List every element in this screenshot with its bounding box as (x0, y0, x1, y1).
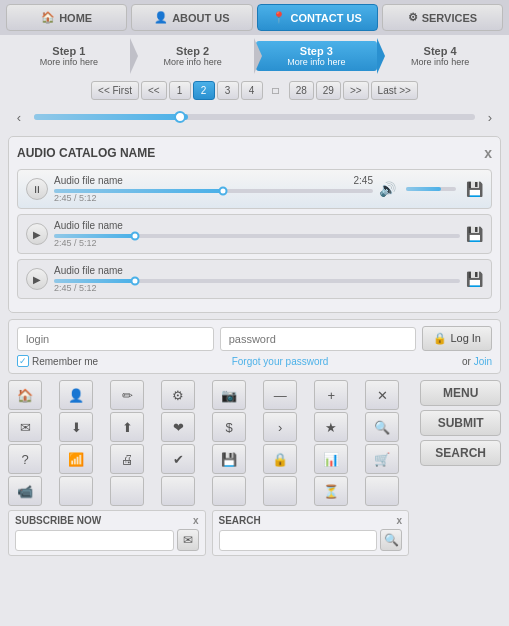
page-next2[interactable]: >> (343, 81, 369, 100)
icon-user[interactable]: 👤 (59, 380, 93, 410)
slider-right-arrow[interactable]: › (481, 108, 499, 126)
play-button-2[interactable]: ▶ (26, 223, 48, 245)
step-4[interactable]: Step 4 More info here (379, 41, 501, 71)
search-input-row: 🔍 (219, 529, 403, 551)
audio-progress-1[interactable] (54, 189, 373, 193)
icon-check[interactable]: ✔ (161, 444, 195, 474)
search-input-field[interactable] (219, 530, 378, 551)
search-button[interactable]: SEARCH (420, 440, 501, 466)
page-29[interactable]: 29 (316, 81, 341, 100)
audio-thumb-2[interactable] (131, 232, 140, 241)
join-link[interactable]: Join (474, 356, 492, 367)
icon-home[interactable]: 🏠 (8, 380, 42, 410)
icon-minus[interactable]: — (263, 380, 297, 410)
icon-blank3[interactable] (161, 476, 195, 506)
icon-blank5[interactable] (263, 476, 297, 506)
nav-services[interactable]: ⚙ SERVICES (382, 4, 503, 31)
subscribe-input[interactable] (15, 530, 174, 551)
forgot-password-link[interactable]: Forgot your password (232, 356, 329, 367)
icon-chevron-right[interactable]: › (263, 412, 297, 442)
slider-track[interactable] (34, 114, 475, 120)
save-icon-2[interactable]: 💾 (466, 226, 483, 242)
password-input[interactable] (220, 327, 417, 351)
login-button[interactable]: 🔒 Log In (422, 326, 492, 351)
icon-print[interactable]: 🖨 (110, 444, 144, 474)
nav-about[interactable]: 👤 ABOUT US (131, 4, 252, 31)
icon-question[interactable]: ? (8, 444, 42, 474)
icon-close[interactable]: ✕ (365, 380, 399, 410)
bottom-side-space (415, 510, 501, 556)
search-submit-icon[interactable]: 🔍 (380, 529, 402, 551)
gear-icon: ⚙ (408, 11, 418, 24)
icon-cart[interactable]: 🛒 (365, 444, 399, 474)
icon-search[interactable]: 🔍 (365, 412, 399, 442)
audio-name-1: Audio file name (54, 175, 123, 186)
page-prev2[interactable]: << (141, 81, 167, 100)
page-4[interactable]: 4 (241, 81, 263, 100)
login-section: 🔒 Log In ✓ Remember me Forgot your passw… (8, 319, 501, 374)
page-28[interactable]: 28 (289, 81, 314, 100)
catalog-close[interactable]: x (484, 145, 492, 161)
audio-thumb-3[interactable] (131, 277, 140, 286)
audio-track-1: ⏸ Audio file name 2:45 2:45 / 5:12 🔊 💾 (17, 169, 492, 209)
remember-checkbox[interactable]: ✓ (17, 355, 29, 367)
nav-home[interactable]: 🏠 HOME (6, 4, 127, 31)
icon-star[interactable]: ★ (314, 412, 348, 442)
nav-contact[interactable]: 📍 CONTACT US (257, 4, 378, 31)
or-join-text: or Join (462, 356, 492, 367)
catalog-title: AUDIO CATALOG NAME (17, 146, 155, 160)
icon-blank6[interactable] (365, 476, 399, 506)
page-3[interactable]: 3 (217, 81, 239, 100)
page-1[interactable]: 1 (169, 81, 191, 100)
volume-icon-1[interactable]: 🔊 (379, 181, 396, 197)
icon-hourglass[interactable]: ⏳ (314, 476, 348, 506)
search-close[interactable]: x (396, 515, 402, 526)
pause-button-1[interactable]: ⏸ (26, 178, 48, 200)
steps-bar: Step 1 More info here Step 2 More info h… (0, 35, 509, 77)
menu-button[interactable]: MENU (420, 380, 501, 406)
submit-button[interactable]: SUBMIT (420, 410, 501, 436)
save-icon-3[interactable]: 💾 (466, 271, 483, 287)
icon-grid: 🏠 👤 ✏ ⚙ 📷 — + ✕ ✉ ⬇ ⬆ ❤ $ › ★ 🔍 ? 📶 🖨 ✔ … (8, 380, 414, 506)
subscribe-input-row: ✉ (15, 529, 199, 551)
audio-progress-2[interactable] (54, 234, 460, 238)
icon-double-down[interactable]: ⬇ (59, 412, 93, 442)
icon-dollar[interactable]: $ (212, 412, 246, 442)
step-3[interactable]: Step 3 More info here (256, 41, 378, 71)
icon-rss[interactable]: 📶 (59, 444, 93, 474)
page-last[interactable]: Last >> (371, 81, 418, 100)
page-first[interactable]: << First (91, 81, 139, 100)
play-button-3[interactable]: ▶ (26, 268, 48, 290)
catalog-header: AUDIO CATALOG NAME x (17, 145, 492, 161)
icon-lock[interactable]: 🔒 (263, 444, 297, 474)
login-input[interactable] (17, 327, 214, 351)
icon-save[interactable]: 💾 (212, 444, 246, 474)
save-icon-1[interactable]: 💾 (466, 181, 483, 197)
audio-name-2: Audio file name (54, 220, 123, 231)
search-title: SEARCH (219, 515, 261, 526)
icon-plus[interactable]: + (314, 380, 348, 410)
icon-mail[interactable]: ✉ (8, 412, 42, 442)
subscribe-send-icon[interactable]: ✉ (177, 529, 199, 551)
icon-chart[interactable]: 📊 (314, 444, 348, 474)
icon-camera[interactable]: 📷 (212, 380, 246, 410)
audio-duration-1: 2:45 / 5:12 (54, 193, 373, 203)
icon-video[interactable]: 📹 (8, 476, 42, 506)
audio-thumb-1[interactable] (219, 187, 228, 196)
login-row: 🔒 Log In (17, 326, 492, 351)
slider-left-arrow[interactable]: ‹ (10, 108, 28, 126)
subscribe-close[interactable]: x (193, 515, 199, 526)
icon-gear[interactable]: ⚙ (161, 380, 195, 410)
audio-progress-3[interactable] (54, 279, 460, 283)
step-1[interactable]: Step 1 More info here (8, 41, 130, 71)
icon-double-up[interactable]: ⬆ (110, 412, 144, 442)
slider-thumb[interactable] (174, 111, 186, 123)
icon-blank4[interactable] (212, 476, 246, 506)
icon-heart[interactable]: ❤ (161, 412, 195, 442)
icon-blank2[interactable] (110, 476, 144, 506)
page-2[interactable]: 2 (193, 81, 215, 100)
subscribe-title: SUBSCRIBE NOW (15, 515, 101, 526)
icon-blank1[interactable] (59, 476, 93, 506)
icon-edit[interactable]: ✏ (110, 380, 144, 410)
step-2[interactable]: Step 2 More info here (132, 41, 254, 71)
